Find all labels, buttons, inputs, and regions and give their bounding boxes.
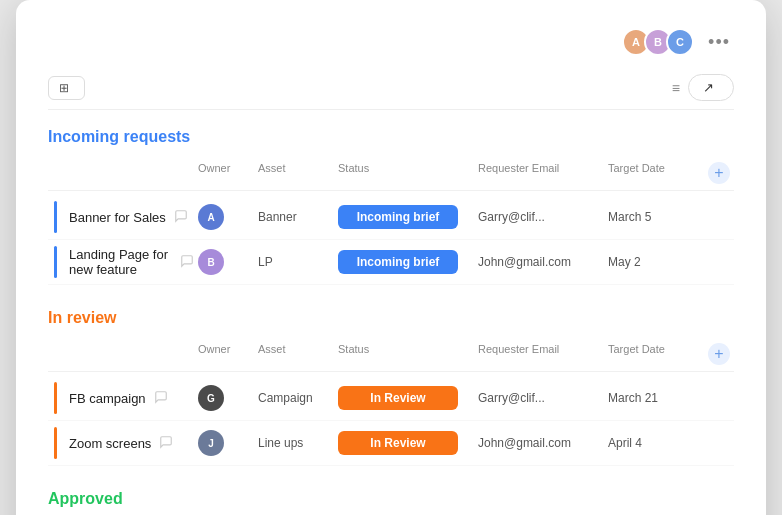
status-badge: In Review (338, 431, 458, 455)
section-header-approved: Approved (48, 490, 734, 508)
col-header-3: Status (334, 341, 474, 367)
asset-cell: Banner (254, 208, 334, 226)
more-options-button[interactable]: ••• (704, 30, 734, 55)
row-left-bar (54, 427, 57, 459)
date-cell: May 2 (604, 253, 704, 271)
col-headers-inreview: OwnerAssetStatusRequester EmailTarget Da… (48, 337, 734, 372)
col-header-2: Asset (254, 160, 334, 186)
row-action-cell (704, 396, 734, 400)
row-name-text: Landing Page for new feature (69, 247, 172, 277)
row-name-cell: Landing Page for new feature (48, 246, 194, 278)
date-cell: April 4 (604, 434, 704, 452)
status-cell: In Review (334, 429, 474, 457)
status-badge: In Review (338, 386, 458, 410)
avatar-3: C (666, 28, 694, 56)
row-name-text: FB campaign (69, 391, 146, 406)
email-cell: John@gmail.com (474, 434, 604, 452)
section-title-inreview: In review (48, 309, 116, 327)
row-name-text: Zoom screens (69, 436, 151, 451)
avatar: A (198, 204, 224, 230)
col-header-6: + (704, 160, 734, 186)
status-badge: Incoming brief (338, 250, 458, 274)
share-icon: ↗ (703, 80, 714, 95)
col-header-4: Requester Email (474, 341, 604, 367)
status-cell: Incoming brief (334, 248, 474, 276)
owner-cell: B (194, 247, 254, 277)
sections-container: Incoming requestsOwnerAssetStatusRequest… (48, 128, 734, 515)
row-name-cell: Banner for Sales (48, 201, 194, 233)
table-icon: ⊞ (59, 81, 69, 95)
avatar: G (198, 385, 224, 411)
toolbar: ⊞ ≡ ↗ (48, 66, 734, 110)
asset-cell: Line ups (254, 434, 334, 452)
main-window: A B C ••• ⊞ ≡ ↗ Incoming requestsOwnerAs… (16, 0, 766, 515)
row-action-cell (704, 441, 734, 445)
row-name-cell: FB campaign (48, 382, 194, 414)
row-left-bar (54, 246, 57, 278)
col-header-3: Status (334, 160, 474, 186)
col-header-0 (48, 341, 194, 367)
header: A B C ••• (48, 28, 734, 56)
col-headers-incoming: OwnerAssetStatusRequester EmailTarget Da… (48, 156, 734, 191)
asset-cell: LP (254, 253, 334, 271)
section-header-inreview: In review (48, 309, 734, 327)
section-approved: ApprovedOwnerAssetStatusRequester EmailT… (48, 490, 734, 515)
row-action-cell (704, 215, 734, 219)
comment-icon[interactable] (174, 209, 188, 226)
row-action-cell (704, 260, 734, 264)
section-inreview: In reviewOwnerAssetStatusRequester Email… (48, 309, 734, 466)
owner-cell: G (194, 383, 254, 413)
email-cell: Garry@clif... (474, 208, 604, 226)
col-header-1: Owner (194, 341, 254, 367)
table-row: Banner for SalesABannerIncoming briefGar… (48, 195, 734, 240)
section-header-incoming: Incoming requests (48, 128, 734, 146)
filter-icon: ≡ (672, 80, 680, 96)
col-header-5: Target Date (604, 160, 704, 186)
table-row: FB campaignGCampaignIn ReviewGarry@clif.… (48, 376, 734, 421)
col-header-2: Asset (254, 341, 334, 367)
comment-icon[interactable] (159, 435, 173, 452)
col-header-4: Requester Email (474, 160, 604, 186)
comment-icon[interactable] (154, 390, 168, 407)
status-badge: Incoming brief (338, 205, 458, 229)
row-left-bar (54, 201, 57, 233)
col-header-6: + (704, 341, 734, 367)
date-cell: March 21 (604, 389, 704, 407)
row-name-text: Banner for Sales (69, 210, 166, 225)
table-row: Zoom screensJLine upsIn ReviewJohn@gmail… (48, 421, 734, 466)
asset-cell: Campaign (254, 389, 334, 407)
owner-cell: J (194, 428, 254, 458)
avatar: J (198, 430, 224, 456)
status-cell: Incoming brief (334, 203, 474, 231)
table-view-button[interactable]: ⊞ (48, 76, 85, 100)
row-left-bar (54, 382, 57, 414)
owner-cell: A (194, 202, 254, 232)
col-header-5: Target Date (604, 341, 704, 367)
avatar: B (198, 249, 224, 275)
section-title-approved: Approved (48, 490, 123, 508)
section-title-incoming: Incoming requests (48, 128, 190, 146)
share-button[interactable]: ↗ (688, 74, 734, 101)
header-actions: A B C ••• (622, 28, 734, 56)
comment-icon[interactable] (180, 254, 194, 271)
email-cell: John@gmail.com (474, 253, 604, 271)
col-header-1: Owner (194, 160, 254, 186)
add-row-button-inreview[interactable]: + (708, 343, 730, 365)
col-header-0 (48, 160, 194, 186)
date-cell: March 5 (604, 208, 704, 226)
filter-share-group: ≡ ↗ (672, 74, 734, 101)
add-row-button-incoming[interactable]: + (708, 162, 730, 184)
email-cell: Garry@clif... (474, 389, 604, 407)
status-cell: In Review (334, 384, 474, 412)
row-name-cell: Zoom screens (48, 427, 194, 459)
avatars-group: A B C (622, 28, 694, 56)
table-row: Landing Page for new featureBLPIncoming … (48, 240, 734, 285)
section-incoming: Incoming requestsOwnerAssetStatusRequest… (48, 128, 734, 285)
